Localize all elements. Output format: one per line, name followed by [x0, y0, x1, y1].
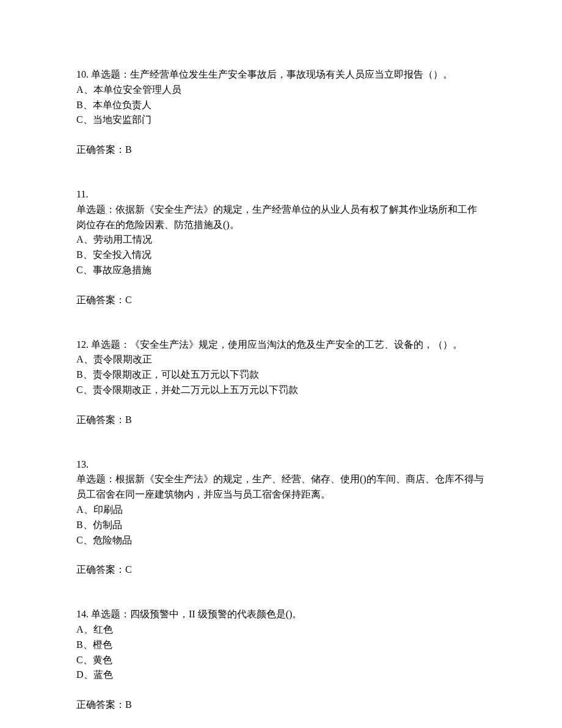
option-a: A、责令限期改正 [76, 352, 486, 367]
question-number: 11. [76, 187, 486, 202]
question-stem: 单选题：根据新《安全生产法》的规定，生产、经营、储存、使用()的车间、商店、仓库… [76, 472, 486, 502]
option-b: B、安全投入情况 [76, 248, 486, 263]
option-c: C、当地安监部门 [76, 112, 486, 128]
answer-line: 正确答案：B [76, 413, 486, 428]
answer-value: C [125, 295, 132, 305]
question-number: 14. [76, 609, 89, 619]
answer-value: B [125, 699, 132, 710]
option-c: C、事故应急措施 [76, 263, 486, 278]
stem-text: 四级预警中，II 级预警的代表颜色是()。 [130, 609, 302, 619]
option-b: B、橙色 [76, 638, 486, 653]
question-number: 13. [76, 457, 486, 472]
option-b: B、本单位负责人 [76, 98, 486, 113]
answer-label: 正确答案： [76, 414, 125, 425]
stem-text: 《安全生产法》规定，使用应当淘汰的危及生产安全的工艺、设备的，（）。 [130, 339, 462, 350]
option-d: D、蓝色 [76, 667, 486, 683]
option-a: A、劳动用工情况 [76, 232, 486, 248]
question-13: 13. 单选题：根据新《安全生产法》的规定，生产、经营、储存、使用()的车间、商… [76, 457, 486, 578]
answer-label: 正确答案： [76, 295, 125, 305]
option-c: C、危险物品 [76, 533, 486, 548]
question-type: 单选题： [89, 69, 130, 79]
question-stem: 10. 单选题：生产经营单位发生生产安全事故后，事故现场有关人员应当立即报告（）… [76, 67, 486, 83]
option-b: B、仿制品 [76, 518, 486, 533]
question-12: 12. 单选题：《安全生产法》规定，使用应当淘汰的危及生产安全的工艺、设备的，（… [76, 337, 486, 428]
question-number: 10. [76, 69, 89, 79]
option-a: A、本单位安全管理人员 [76, 83, 486, 98]
answer-line: 正确答案：B [76, 697, 486, 713]
option-b: B、责令限期改正，可以处五万元以下罚款 [76, 367, 486, 383]
option-c: C、责令限期改正，并处二万元以上五万元以下罚款 [76, 383, 486, 398]
question-number: 12. [76, 339, 89, 350]
question-11: 11. 单选题：依据新《安全生产法》的规定，生产经营单位的从业人员有权了解其作业… [76, 187, 486, 308]
stem-text: 根据新《安全生产法》的规定，生产、经营、储存、使用()的车间、商店、仓库不得与员… [76, 474, 484, 499]
question-14: 14. 单选题：四级预警中，II 级预警的代表颜色是()。 A、红色 B、橙色 … [76, 607, 486, 713]
answer-line: 正确答案：B [76, 142, 486, 158]
answer-label: 正确答案： [76, 699, 125, 710]
question-type: 单选题： [76, 474, 115, 484]
option-c: C、黄色 [76, 653, 486, 668]
answer-label: 正确答案： [76, 564, 125, 575]
option-a: A、红色 [76, 622, 486, 638]
answer-line: 正确答案：C [76, 562, 486, 578]
option-a: A、印刷品 [76, 502, 486, 518]
answer-value: B [125, 144, 132, 155]
answer-value: C [125, 564, 132, 575]
question-type: 单选题： [89, 339, 130, 350]
question-stem: 单选题：依据新《安全生产法》的规定，生产经营单位的从业人员有权了解其作业场所和工… [76, 202, 486, 233]
answer-label: 正确答案： [76, 144, 125, 155]
answer-line: 正确答案：C [76, 293, 486, 308]
answer-value: B [125, 414, 132, 425]
question-type: 单选题： [89, 609, 130, 619]
question-type: 单选题： [76, 204, 115, 215]
stem-text: 生产经营单位发生生产安全事故后，事故现场有关人员应当立即报告（）。 [130, 69, 453, 79]
question-stem: 14. 单选题：四级预警中，II 级预警的代表颜色是()。 [76, 607, 486, 622]
question-stem: 12. 单选题：《安全生产法》规定，使用应当淘汰的危及生产安全的工艺、设备的，（… [76, 337, 486, 353]
question-10: 10. 单选题：生产经营单位发生生产安全事故后，事故现场有关人员应当立即报告（）… [76, 67, 486, 158]
stem-text: 依据新《安全生产法》的规定，生产经营单位的从业人员有权了解其作业场所和工作岗位存… [76, 204, 477, 230]
